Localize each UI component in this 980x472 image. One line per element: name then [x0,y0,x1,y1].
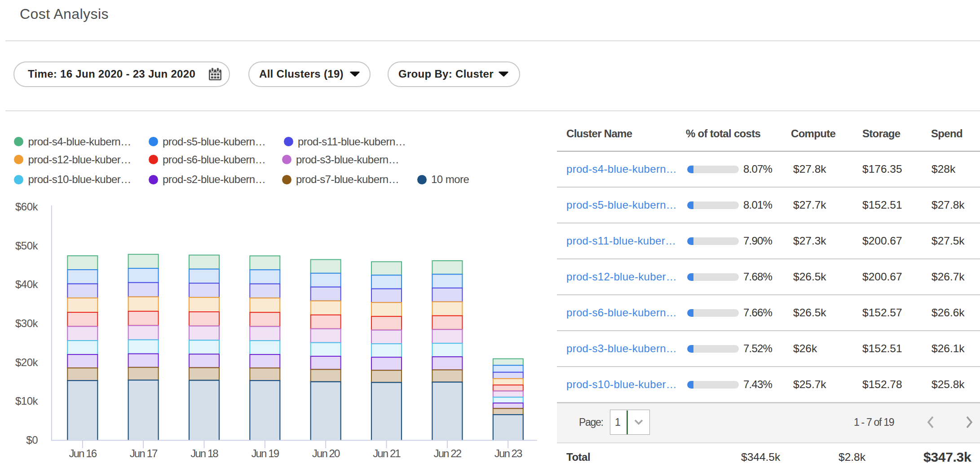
svg-text:Jun 17: Jun 17 [130,447,158,459]
svg-text:Jun 22: Jun 22 [434,447,462,459]
svg-text:$10k: $10k [15,395,39,407]
svg-text:Jun 20: Jun 20 [312,447,340,459]
svg-text:Jun 23: Jun 23 [494,447,522,459]
svg-text:$40k: $40k [15,278,39,290]
svg-text:$50k: $50k [15,240,39,252]
svg-text:Jun 21: Jun 21 [373,447,401,459]
svg-text:Jun 19: Jun 19 [251,447,279,459]
svg-text:$30k: $30k [15,317,39,329]
svg-text:Jun 18: Jun 18 [190,447,218,459]
svg-text:Jun 16: Jun 16 [69,447,97,459]
svg-text:$0: $0 [26,434,38,446]
svg-text:$20k: $20k [15,356,39,368]
svg-text:$60k: $60k [15,201,39,213]
